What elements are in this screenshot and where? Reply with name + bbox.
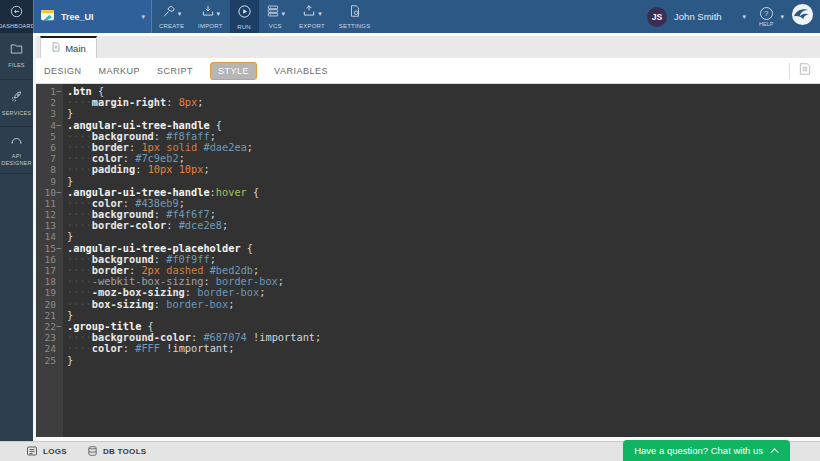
line-number: 15− bbox=[36, 243, 63, 254]
tab-markup[interactable]: MARKUP bbox=[99, 66, 141, 76]
sidebar-item-files[interactable]: FILES bbox=[0, 33, 33, 80]
chevron-down-icon bbox=[141, 13, 145, 20]
project-icon bbox=[40, 8, 55, 26]
logs-icon bbox=[26, 443, 38, 461]
separator bbox=[789, 63, 790, 79]
line-number: 25 bbox=[36, 355, 63, 366]
sidebar-item-services[interactable]: SERVICES bbox=[0, 80, 33, 127]
menu-label: CREATE bbox=[159, 23, 184, 29]
chevron-up-icon bbox=[770, 448, 778, 456]
line-number: 8 bbox=[36, 164, 63, 175]
code-line[interactable]: ····margin-right: 8px; bbox=[67, 97, 820, 108]
line-number: 10− bbox=[36, 187, 63, 198]
tab-strip: Main bbox=[36, 36, 820, 58]
tab-label: Main bbox=[65, 43, 86, 54]
sidebar-label: FILES bbox=[7, 62, 25, 69]
folder-icon bbox=[9, 42, 24, 60]
code-line[interactable]: ····box-sizing: border-box; bbox=[67, 299, 820, 310]
code-line[interactable]: ····color: #FFF !important; bbox=[67, 343, 820, 354]
line-number: 13 bbox=[36, 220, 63, 231]
dashboard-label: DASHBOARD bbox=[0, 23, 35, 29]
server-stack-icon bbox=[266, 4, 280, 22]
menu-label: IMPORT bbox=[198, 23, 222, 29]
project-name: Tree_UI bbox=[61, 12, 135, 22]
chevron-down-icon bbox=[217, 10, 221, 17]
tab-design[interactable]: DESIGN bbox=[44, 66, 82, 76]
question-mark-icon bbox=[760, 7, 773, 20]
menu-label: SETTINGS bbox=[339, 23, 371, 29]
hammer-icon bbox=[162, 4, 176, 22]
document-icon bbox=[51, 41, 61, 55]
dashboard-icon bbox=[10, 4, 23, 22]
fold-toggle-icon[interactable]: − bbox=[56, 321, 63, 332]
avatar[interactable]: JS bbox=[647, 7, 667, 27]
dashboard-button[interactable]: DASHBOARD bbox=[0, 0, 33, 33]
rocket-icon bbox=[9, 89, 24, 108]
code-line[interactable]: } bbox=[67, 355, 820, 366]
import-icon bbox=[201, 4, 215, 22]
db-tools-button[interactable]: DB TOOLS bbox=[87, 443, 147, 461]
chevron-down-icon[interactable] bbox=[780, 13, 784, 20]
project-selector[interactable]: Tree_UI bbox=[33, 0, 152, 33]
brand-logo[interactable] bbox=[791, 3, 814, 30]
top-navigation-bar: DASHBOARD Tree_UI CREATE IMPORT bbox=[0, 0, 820, 33]
line-number: 2 bbox=[36, 97, 63, 108]
fold-toggle-icon[interactable]: − bbox=[56, 243, 63, 254]
status-label: DB TOOLS bbox=[103, 447, 147, 456]
sidebar-label: SERVICES bbox=[1, 110, 32, 117]
arc-icon bbox=[9, 133, 24, 151]
topbar-menu: CREATE IMPORT RUN VCS bbox=[152, 0, 377, 33]
line-number: 9 bbox=[36, 176, 63, 187]
line-number: 20 bbox=[36, 299, 63, 310]
line-number: 11 bbox=[36, 198, 63, 209]
sidebar-label: API DESIGNER bbox=[0, 153, 33, 167]
chevron-down-icon bbox=[318, 10, 322, 17]
chevron-down-icon[interactable] bbox=[743, 13, 747, 20]
code-editor[interactable]: 1−234−5678910−1112131415−16171819202122−… bbox=[36, 84, 820, 437]
line-number: 21 bbox=[36, 310, 63, 321]
menu-item-vcs[interactable]: VCS bbox=[259, 0, 293, 33]
subtab-bar: DESIGN MARKUP SCRIPT STYLE VARIABLES bbox=[36, 58, 820, 84]
line-number: 3 bbox=[36, 108, 63, 119]
play-icon bbox=[237, 4, 252, 23]
menu-item-settings[interactable]: SETTINGS bbox=[332, 0, 378, 33]
left-sidebar: FILES SERVICES API DESIGNER bbox=[0, 33, 33, 441]
logs-button[interactable]: LOGS bbox=[26, 443, 67, 461]
help-button[interactable]: HELP bbox=[759, 7, 773, 27]
line-number: 14 bbox=[36, 231, 63, 242]
code-line[interactable]: ····border-color: #dce2e8; bbox=[67, 220, 820, 231]
chat-label: Have a question? Chat with us bbox=[634, 445, 763, 456]
line-number: 22− bbox=[36, 321, 63, 332]
sidebar-item-api-designer[interactable]: API DESIGNER bbox=[0, 127, 33, 174]
tab-variables[interactable]: VARIABLES bbox=[274, 66, 328, 76]
code-lines[interactable]: .btn {····margin-right: 8px;}.angular-ui… bbox=[63, 84, 820, 437]
menu-label: VCS bbox=[269, 23, 282, 29]
help-label: HELP bbox=[759, 21, 773, 27]
line-number: 23 bbox=[36, 332, 63, 343]
menu-item-create[interactable]: CREATE bbox=[152, 0, 191, 33]
fold-toggle-icon[interactable]: − bbox=[56, 86, 63, 97]
code-line[interactable]: ····padding: 10px 10px; bbox=[67, 164, 820, 175]
line-number: 16 bbox=[36, 254, 63, 265]
status-label: LOGS bbox=[43, 447, 67, 456]
chevron-down-icon bbox=[282, 10, 286, 17]
fold-toggle-icon[interactable]: − bbox=[56, 120, 63, 131]
line-number: 6 bbox=[36, 142, 63, 153]
line-number: 5 bbox=[36, 131, 63, 142]
tab-main[interactable]: Main bbox=[40, 36, 97, 58]
database-icon bbox=[87, 443, 98, 461]
fold-toggle-icon[interactable]: − bbox=[56, 187, 63, 198]
menu-item-import[interactable]: IMPORT bbox=[191, 0, 229, 33]
line-number: 19 bbox=[36, 287, 63, 298]
chevron-down-icon bbox=[178, 10, 182, 17]
menu-item-run[interactable]: RUN bbox=[230, 0, 259, 33]
save-document-icon[interactable] bbox=[798, 61, 812, 81]
code-line[interactable]: } bbox=[67, 310, 820, 321]
menu-label: RUN bbox=[237, 24, 251, 30]
line-number: 24 bbox=[36, 343, 63, 354]
tab-style[interactable]: STYLE bbox=[210, 62, 257, 80]
menu-item-export[interactable]: EXPORT bbox=[292, 0, 332, 33]
chat-widget[interactable]: Have a question? Chat with us bbox=[623, 440, 790, 461]
tab-script[interactable]: SCRIPT bbox=[157, 66, 193, 76]
export-icon bbox=[302, 4, 316, 22]
